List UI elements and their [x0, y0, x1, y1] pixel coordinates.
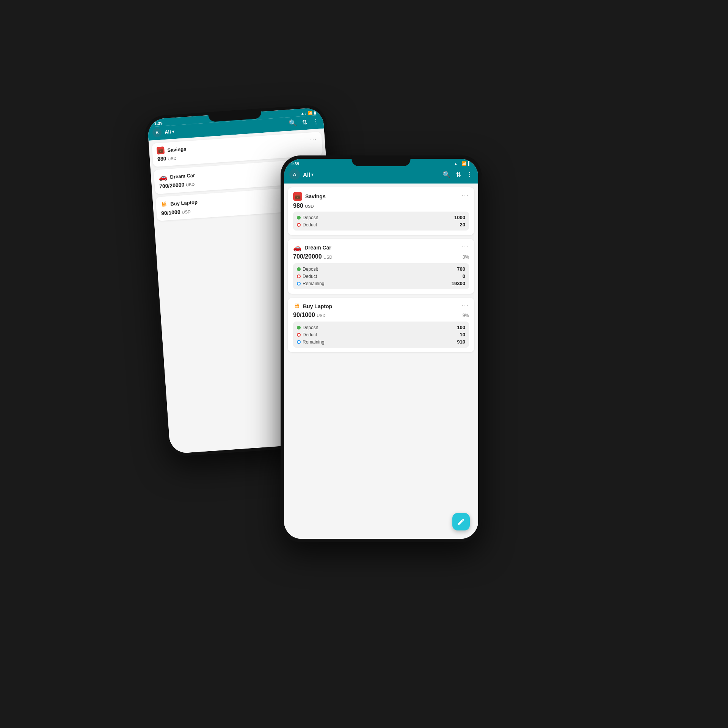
dreamcar-deduct-row: Deduct 0: [297, 273, 465, 279]
battery-front: ▎: [468, 161, 471, 166]
savings-deposit-row: Deposit 1000: [297, 215, 465, 220]
battery-back: ▮: [314, 110, 316, 115]
dreamcar-amount: 700/20000 USD: [293, 253, 332, 260]
laptop-title-row: 🖥 Buy Laptop: [293, 302, 332, 310]
chevron-back: ▾: [172, 129, 174, 134]
savings-name: Savings: [305, 193, 326, 199]
wifi-front: 📶: [461, 161, 467, 166]
laptop-remaining-row: Remaining 910: [297, 339, 465, 345]
search-icon-front[interactable]: 🔍: [442, 171, 450, 179]
lt-deduct-dot: [297, 333, 301, 337]
signal-back: ▲↓: [300, 111, 306, 115]
dreamcar-details: Deposit 700 Deduct 0: [293, 263, 469, 289]
status-icons-front: ▲↓ 📶 ▎: [454, 161, 471, 166]
dreamcar-more-menu[interactable]: ···: [462, 243, 469, 250]
notch-front: [352, 159, 411, 166]
deduct-dot-red: [297, 223, 301, 227]
laptop-amount-row: 90/1000 USD 9%: [293, 312, 469, 319]
avatar-front[interactable]: A: [289, 169, 300, 180]
laptop-percent: 9%: [463, 313, 469, 318]
savings-deposit-value: 1000: [454, 215, 465, 220]
dreamcar-card: 🚗 Dream Car ··· 700/20000 USD 3%: [288, 239, 474, 294]
savings-icon: 💼: [293, 192, 302, 201]
laptop-deduct-label: Deduct: [297, 332, 317, 337]
laptop-remaining-label: Remaining: [297, 339, 324, 345]
dc-remaining-dot: [297, 282, 301, 286]
avatar-back[interactable]: A: [152, 128, 162, 138]
dreamcar-remaining-label: Remaining: [297, 281, 324, 286]
savings-card: 💼 Savings ··· 980 USD: [288, 187, 474, 235]
laptop-remaining-value: 910: [457, 339, 465, 345]
laptop-icon: 🖥: [293, 302, 300, 310]
dreamcar-amount-row: 700/20000 USD 3%: [293, 253, 469, 261]
phone-front-screen: 1:39 ▲↓ 📶 ▎ A All ▾ 🔍: [284, 159, 478, 539]
header-icons-front: 🔍 ⇅ ⋮: [442, 171, 473, 179]
dreamcar-remaining-value: 19300: [452, 281, 465, 286]
laptop-name: Buy Laptop: [303, 303, 332, 309]
search-icon-back[interactable]: 🔍: [289, 119, 297, 127]
dc-deduct-dot: [297, 275, 301, 278]
chevron-front: ▾: [311, 172, 314, 177]
laptop-deposit-value: 100: [457, 325, 465, 330]
content-front: 💼 Savings ··· 980 USD: [284, 184, 478, 539]
laptop-card-header: 🖥 Buy Laptop ···: [293, 302, 469, 310]
dreamcar-name: Dream Car: [304, 245, 331, 251]
savings-more-back[interactable]: ···: [310, 136, 318, 143]
signal-front: ▲↓: [454, 162, 460, 166]
lt-remaining-dot: [297, 340, 301, 344]
savings-card-header: 💼 Savings ···: [293, 192, 469, 201]
laptop-title-back: 🖥 Buy Laptop: [160, 198, 198, 209]
sort-icon-front[interactable]: ⇅: [456, 171, 461, 179]
savings-more-menu[interactable]: ···: [462, 192, 469, 199]
dc-deposit-dot: [297, 267, 301, 271]
more-icon-front[interactable]: ⋮: [466, 171, 473, 179]
phone-front: 1:39 ▲↓ 📶 ▎ A All ▾ 🔍: [281, 155, 482, 542]
laptop-deduct-value: 10: [460, 332, 465, 337]
laptop-deduct-row: Deduct 10: [297, 332, 465, 337]
savings-deposit-label: Deposit: [297, 215, 318, 220]
dreamcar-deduct-label: Deduct: [297, 274, 317, 279]
dreamcar-deposit-row: Deposit 700: [297, 266, 465, 272]
laptop-more-menu[interactable]: ···: [462, 302, 469, 309]
header-icons-back: 🔍 ⇅ ⋮: [289, 117, 319, 127]
savings-amount: 980 USD: [293, 202, 469, 209]
savings-deduct-row: Deduct 20: [297, 222, 465, 228]
savings-title-row: 💼 Savings: [293, 192, 326, 201]
laptop-deposit-row: Deposit 100: [297, 325, 465, 330]
car-icon: 🚗: [293, 243, 301, 252]
dreamcar-deposit-label: Deposit: [297, 267, 318, 272]
savings-title-back: 💼 Savings: [157, 145, 187, 154]
time-front: 1:39: [291, 162, 299, 166]
savings-deduct-value: 20: [460, 222, 465, 228]
laptop-amount: 90/1000 USD: [293, 312, 326, 318]
car-icon-back: 🚗: [158, 173, 167, 182]
dreamcar-title-back: 🚗 Dream Car: [158, 171, 195, 182]
wifi-back: 📶: [308, 110, 312, 115]
dreamcar-card-header: 🚗 Dream Car ···: [293, 243, 469, 252]
savings-details: Deposit 1000 Deduct 20: [293, 212, 469, 231]
laptop-card: 🖥 Buy Laptop ··· 90/1000 USD 9%: [288, 298, 474, 352]
app-header-front: A All ▾ 🔍 ⇅ ⋮: [284, 167, 478, 184]
filter-all-front[interactable]: All ▾: [303, 171, 314, 178]
dreamcar-remaining-row: Remaining 19300: [297, 281, 465, 286]
dreamcar-name-back: Dream Car: [170, 172, 195, 180]
more-icon-back[interactable]: ⋮: [312, 117, 319, 126]
lt-deposit-dot: [297, 326, 301, 329]
savings-deduct-label: Deduct: [297, 222, 317, 228]
dreamcar-deduct-value: 0: [463, 273, 465, 279]
status-icons-back: ▲↓ 📶 ▮: [300, 110, 316, 116]
deposit-dot-green: [297, 216, 301, 220]
laptop-icon-back: 🖥: [160, 200, 168, 209]
dreamcar-percent: 3%: [463, 254, 469, 260]
laptop-details: Deposit 100 Deduct 10: [293, 322, 469, 348]
laptop-name-back: Buy Laptop: [170, 199, 198, 207]
dreamcar-deposit-value: 700: [457, 266, 465, 272]
scene: 1:39 ▲↓ 📶 ▮ A All ▾ 🔍: [136, 99, 592, 629]
savings-name-back: Savings: [167, 146, 187, 153]
filter-all-back[interactable]: All ▾: [165, 129, 175, 135]
time-back: 1:39: [154, 121, 163, 126]
fab-button[interactable]: [452, 513, 470, 530]
savings-icon-back: 💼: [157, 146, 165, 154]
sort-icon-back[interactable]: ⇅: [302, 118, 308, 126]
edit-icon: [457, 518, 465, 526]
